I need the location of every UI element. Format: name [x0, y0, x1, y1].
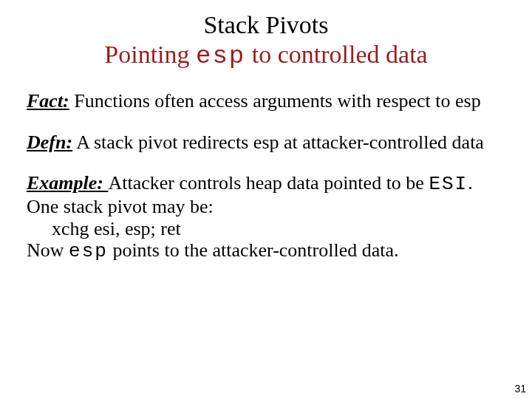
- defn-paragraph: Defn: A stack pivot redirects esp at att…: [27, 132, 505, 154]
- title-2-post: to controlled data: [245, 41, 427, 68]
- fact-lead: Fact:: [27, 90, 69, 112]
- example-l1-code: ESI: [429, 173, 468, 195]
- slide: Stack Pivots Pointing esp to controlled …: [0, 0, 532, 399]
- title-line-2: Pointing esp to controlled data: [27, 40, 505, 71]
- example-code-line: xchg esi, esp; ret: [27, 218, 505, 240]
- defn-text: A stack pivot redirects esp at attacker-…: [72, 132, 484, 153]
- example-lead: Example:: [27, 172, 109, 194]
- example-l3-post: points to the attacker-controlled data.: [108, 239, 399, 261]
- example-l3-code: esp: [69, 240, 108, 262]
- fact-text: Functions often access arguments with re…: [69, 90, 481, 112]
- fact-paragraph: Fact: Functions often access arguments w…: [27, 90, 505, 112]
- example-l3-pre: Now: [27, 239, 69, 261]
- page-number: 31: [514, 383, 526, 395]
- title-2-pre: Pointing: [104, 41, 196, 68]
- title-2-code: esp: [196, 42, 245, 70]
- slide-title: Stack Pivots Pointing esp to controlled …: [27, 10, 505, 71]
- body: Fact: Functions often access arguments w…: [27, 90, 505, 263]
- example-l1-pre: Attacker controls heap data pointed to b…: [109, 172, 429, 194]
- example-paragraph: Example: Attacker controls heap data poi…: [27, 172, 505, 263]
- example-l3: Now esp points to the attacker-controlle…: [27, 239, 505, 263]
- defn-lead: Defn:: [27, 132, 72, 153]
- title-line-1: Stack Pivots: [27, 10, 505, 40]
